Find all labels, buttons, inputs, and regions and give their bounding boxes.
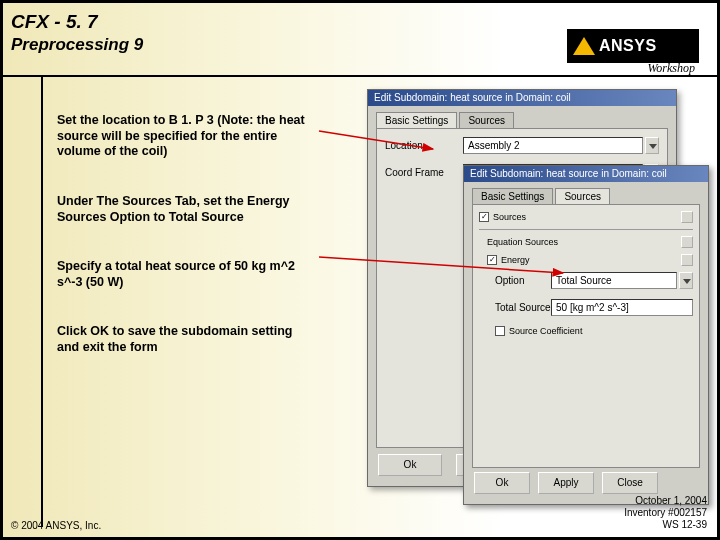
tab-basic-settings[interactable]: Basic Settings <box>472 188 553 204</box>
source-coef-row: Source Coefficient <box>495 326 693 336</box>
dialog-body: ✓ Sources Equation Sources ✓ Energy Opti… <box>472 204 700 468</box>
instruction-step: Under The Sources Tab, set the Energy So… <box>57 194 317 225</box>
instruction-step: Specify a total heat source of 50 kg m^2… <box>57 259 317 290</box>
field-row-location: Location Assembly 2 <box>385 137 659 154</box>
divider-vertical <box>41 75 43 527</box>
footer-page: WS 12-39 <box>624 519 707 531</box>
source-coef-label: Source Coefficient <box>509 326 582 336</box>
dialog-titlebar: Edit Subdomain: heat source in Domain: c… <box>464 166 708 182</box>
location-label: Location <box>385 140 463 151</box>
ok-button[interactable]: Ok <box>378 454 442 476</box>
tab-sources[interactable]: Sources <box>555 188 610 204</box>
option-label: Option <box>495 275 551 286</box>
energy-checkbox-row: ✓ Energy <box>487 254 693 266</box>
option-row: Option Total Source <box>495 272 693 289</box>
divider <box>479 229 693 230</box>
checkbox-icon[interactable]: ✓ <box>487 255 497 265</box>
dialog-buttons: Ok Apply Close <box>474 472 658 494</box>
copyright: © 2004 ANSYS, Inc. <box>11 520 101 531</box>
instruction-list: Set the location to B 1. P 3 (Note: the … <box>57 113 317 390</box>
checkbox-icon[interactable] <box>495 326 505 336</box>
apply-button[interactable]: Apply <box>538 472 594 494</box>
equation-sources-row: Equation Sources <box>487 236 693 248</box>
ansys-logo-text: ANSYS <box>599 37 657 55</box>
total-source-input[interactable]: 50 [kg m^2 s^-3] <box>551 299 693 316</box>
coord-label: Coord Frame <box>385 167 463 178</box>
edit-subdomain-dialog-sources: Edit Subdomain: heat source in Domain: c… <box>463 165 709 505</box>
dialog-tabs: Basic Settings Sources <box>368 106 676 128</box>
expand-icon[interactable] <box>681 254 693 266</box>
close-button[interactable]: Close <box>602 472 658 494</box>
chevron-down-icon[interactable] <box>679 272 693 289</box>
total-source-label: Total Source <box>495 302 551 313</box>
sources-checkbox-label: Sources <box>493 212 526 222</box>
instruction-step: Set the location to B 1. P 3 (Note: the … <box>57 113 317 160</box>
option-select[interactable]: Total Source <box>551 272 677 289</box>
divider-top <box>3 75 717 77</box>
expand-icon[interactable] <box>681 211 693 223</box>
sources-checkbox-row: ✓ Sources <box>479 211 693 223</box>
location-select[interactable]: Assembly 2 <box>463 137 643 154</box>
footnote: October 1, 2004 Inventory #002157 WS 12-… <box>624 495 707 531</box>
tab-sources[interactable]: Sources <box>459 112 514 128</box>
dialog-titlebar: Edit Subdomain: heat source in Domain: c… <box>368 90 676 106</box>
tab-basic-settings[interactable]: Basic Settings <box>376 112 457 128</box>
expand-icon[interactable] <box>681 236 693 248</box>
energy-checkbox-label: Energy <box>501 255 530 265</box>
ansys-logo-icon <box>573 37 595 55</box>
total-source-row: Total Source 50 [kg m^2 s^-3] <box>495 299 693 316</box>
workshop-label: Workshop <box>647 61 695 76</box>
ok-button[interactable]: Ok <box>474 472 530 494</box>
footer-inventory: Inventory #002157 <box>624 507 707 519</box>
equation-sources-label: Equation Sources <box>487 237 558 247</box>
ansys-logo: ANSYS <box>567 29 699 63</box>
title-product: CFX - 5. 7 <box>11 11 143 33</box>
slide: CFX - 5. 7 Preprocessing 9 ANSYS Worksho… <box>3 3 717 537</box>
instruction-step: Click OK to save the subdomain setting a… <box>57 324 317 355</box>
footer-date: October 1, 2004 <box>624 495 707 507</box>
chevron-down-icon[interactable] <box>645 137 659 154</box>
checkbox-icon[interactable]: ✓ <box>479 212 489 222</box>
dialog-tabs: Basic Settings Sources <box>464 182 708 204</box>
title-block: CFX - 5. 7 Preprocessing 9 <box>11 11 143 55</box>
title-section: Preprocessing 9 <box>11 35 143 55</box>
